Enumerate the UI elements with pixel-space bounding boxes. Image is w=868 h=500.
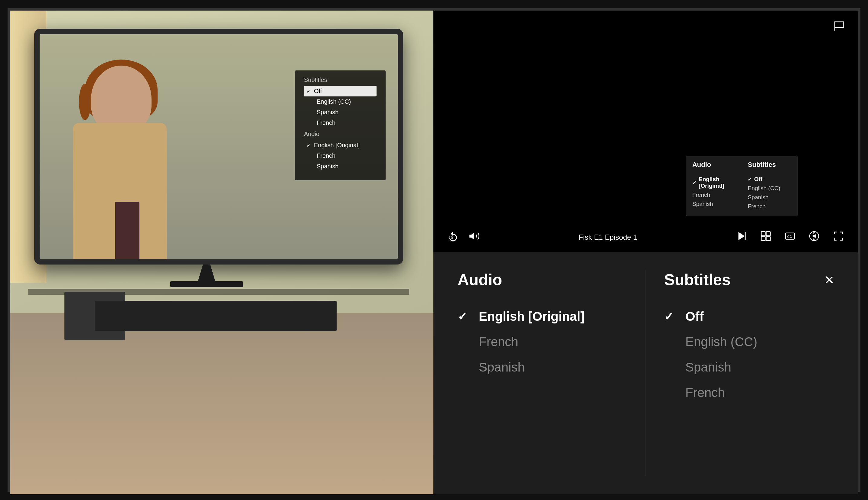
subtitles-english-cc-item[interactable]: ✓ English (CC): [664, 329, 834, 355]
tv-audio-french[interactable]: French: [304, 150, 376, 161]
tv-subtitles-english-cc-label: English (CC): [317, 98, 351, 105]
svg-rect-7: [761, 236, 766, 241]
flag-button[interactable]: [833, 20, 846, 36]
small-popup-subtitles-header: Subtitles: [748, 161, 791, 170]
small-popup-sub-english-cc[interactable]: English (CC): [748, 184, 791, 193]
audio-english-check-icon: ✓: [458, 310, 473, 323]
right-panel: Audio ✓ English [Original] French Spanis…: [433, 11, 858, 494]
svg-marker-2: [470, 232, 474, 239]
small-popup-audio-french-label: French: [692, 192, 710, 198]
small-popup-sub-spanish-label: Spanish: [748, 194, 768, 201]
small-popup-sub-off-label: Off: [754, 176, 762, 183]
subtitles-english-cc-label: English (CC): [685, 334, 757, 349]
tv-stand-base: [170, 281, 243, 287]
tv-audio-english-check: ✓: [306, 142, 311, 149]
tv-screen: Subtitles ✓ Off English (CC): [40, 34, 398, 259]
tv-audio-english-label: English [Original]: [314, 142, 360, 149]
svg-rect-6: [766, 231, 770, 236]
fullscreen-button[interactable]: [831, 231, 846, 244]
tv-subtitles-section: Subtitles ✓ Off English (CC): [304, 77, 376, 128]
tv-subtitles-off[interactable]: ✓ Off: [304, 86, 376, 96]
audio-button[interactable]: [807, 231, 822, 244]
subtitles-off-check-icon: ✓: [664, 310, 679, 323]
video-section: Audio ✓ English [Original] French Spanis…: [433, 11, 858, 252]
tv-audio-french-label: French: [317, 152, 335, 159]
small-popup-audio-header: Audio: [692, 161, 736, 170]
tv-person: [55, 54, 206, 259]
panel-divider: [645, 271, 646, 476]
video-title: Fisk E1 Episode 1: [488, 233, 728, 241]
subtitles-column-header: Subtitles: [664, 271, 731, 289]
tv-audio-section: Audio ✓ English [Original] French: [304, 130, 376, 172]
small-popup-sub-english-cc-label: English (CC): [748, 185, 780, 192]
small-popup-subtitles-col: Subtitles ✓ Off English (CC) Spanish Fr: [748, 161, 791, 211]
audio-column-header: Audio: [458, 271, 627, 289]
small-popup-sub-spanish[interactable]: Spanish: [748, 193, 791, 202]
small-popup-sub-off-check: ✓: [748, 177, 752, 182]
tv-subtitles-french[interactable]: French: [304, 117, 376, 128]
subtitles-french-item[interactable]: ✓ French: [664, 380, 834, 405]
subtitles-spanish-label: Spanish: [685, 360, 731, 375]
tv-subtitles-label: Subtitles: [304, 77, 376, 83]
close-panel-button[interactable]: ×: [825, 272, 834, 287]
volume-button[interactable]: [467, 230, 482, 245]
tv-frame: Subtitles ✓ Off English (CC): [34, 29, 403, 264]
subtitles-off-label: Off: [685, 309, 704, 324]
episodes-button[interactable]: [758, 231, 773, 244]
small-popup-sub-off[interactable]: ✓ Off: [748, 175, 791, 184]
person-head: [91, 66, 151, 132]
tv-subtitles-spanish[interactable]: Spanish: [304, 107, 376, 117]
person-shirt: [115, 202, 139, 259]
tv-audio-label: Audio: [304, 130, 376, 138]
small-audio-subtitles-popup: Audio ✓ English [Original] French Spanis…: [686, 156, 798, 216]
tv-subtitles-off-check: ✓: [306, 88, 311, 95]
tv-area: Subtitles ✓ Off English (CC): [34, 29, 403, 361]
small-popup-audio-spanish[interactable]: Spanish: [692, 200, 736, 208]
left-panel-tv-photo: Subtitles ✓ Off English (CC): [10, 11, 433, 494]
tv-audio-spanish[interactable]: Spanish: [304, 161, 376, 172]
svg-rect-5: [761, 231, 766, 236]
tv-on-screen-menu: Subtitles ✓ Off English (CC): [295, 70, 386, 180]
panel-columns: Audio ✓ English [Original] ✓ French ✓ Sp…: [458, 271, 834, 476]
video-controls-bar: 10 Fisk E1 Episode 1: [433, 222, 858, 252]
small-popup-audio-english[interactable]: ✓ English [Original]: [692, 175, 736, 191]
tv-audio-spanish-label: Spanish: [317, 163, 338, 170]
small-popup-audio-french[interactable]: French: [692, 191, 736, 200]
tv-audio-english-original[interactable]: ✓ English [Original]: [304, 140, 376, 150]
captions-button[interactable]: CC: [782, 231, 798, 244]
audio-french-item[interactable]: ✓ French: [458, 329, 627, 355]
tv-subtitles-french-label: French: [317, 120, 335, 126]
subtitles-off-item[interactable]: ✓ Off: [664, 304, 834, 329]
audio-spanish-label: Spanish: [479, 360, 525, 375]
shelf-item-device: [95, 301, 337, 331]
small-popup-sub-french[interactable]: French: [748, 202, 791, 211]
tv-stand-neck: [198, 264, 216, 283]
audio-subtitles-panel: Audio ✓ English [Original] ✓ French ✓ Sp…: [433, 252, 858, 494]
svg-text:CC: CC: [787, 235, 792, 239]
subtitles-french-label: French: [685, 385, 725, 400]
svg-rect-8: [766, 236, 770, 241]
person-body: [73, 123, 167, 259]
tv-subtitles-spanish-label: Spanish: [317, 109, 338, 116]
audio-english-original-item[interactable]: ✓ English [Original]: [458, 304, 627, 329]
tv-subtitles-off-label: Off: [314, 88, 322, 95]
audio-spanish-item[interactable]: ✓ Spanish: [458, 355, 627, 380]
subtitles-spanish-item[interactable]: ✓ Spanish: [664, 355, 834, 380]
back-10-button[interactable]: 10: [446, 230, 461, 245]
main-container: Subtitles ✓ Off English (CC): [8, 8, 860, 492]
audio-french-label: French: [479, 334, 518, 349]
svg-marker-3: [739, 232, 745, 240]
small-popup-audio-spanish-label: Spanish: [692, 201, 713, 207]
svg-rect-4: [745, 232, 746, 240]
small-popup-sub-french-label: French: [748, 203, 766, 210]
small-popup-audio-english-label: English [Original]: [699, 176, 736, 189]
outer-frame: Subtitles ✓ Off English (CC): [0, 0, 868, 500]
audio-column: Audio ✓ English [Original] ✓ French ✓ Sp…: [458, 271, 627, 476]
tv-subtitles-english-cc[interactable]: English (CC): [304, 96, 376, 107]
small-popup-audio-english-check: ✓: [692, 180, 696, 185]
next-episode-button[interactable]: [734, 231, 749, 244]
tv-scene: Subtitles ✓ Off English (CC): [40, 34, 398, 259]
audio-english-original-label: English [Original]: [479, 309, 585, 324]
right-control-icons: CC: [734, 231, 846, 244]
svg-point-12: [813, 235, 816, 237]
